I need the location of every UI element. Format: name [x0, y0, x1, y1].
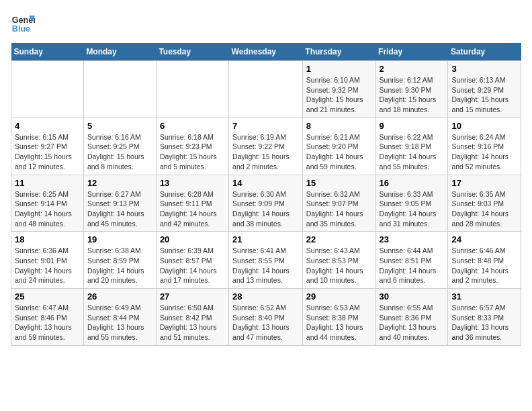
calendar-cell: 10Sunrise: 6:24 AM Sunset: 9:16 PM Dayli… — [448, 118, 521, 175]
day-header-friday: Friday — [375, 43, 448, 61]
calendar-cell: 27Sunrise: 6:50 AM Sunset: 8:42 PM Dayli… — [156, 289, 228, 346]
day-number: 19 — [87, 234, 152, 244]
day-info: Sunrise: 6:22 AM Sunset: 9:18 PM Dayligh… — [380, 132, 445, 172]
calendar-cell: 1Sunrise: 6:10 AM Sunset: 9:32 PM Daylig… — [302, 61, 375, 118]
calendar-cell — [229, 61, 303, 118]
week-row-3: 11Sunrise: 6:25 AM Sunset: 9:14 PM Dayli… — [11, 175, 521, 232]
day-info: Sunrise: 6:12 AM Sunset: 9:30 PM Dayligh… — [380, 75, 445, 115]
day-info: Sunrise: 6:16 AM Sunset: 9:25 PM Dayligh… — [87, 132, 152, 172]
day-number: 17 — [451, 178, 517, 188]
day-info: Sunrise: 6:35 AM Sunset: 9:03 PM Dayligh… — [451, 189, 517, 229]
day-number: 24 — [451, 234, 517, 244]
day-number: 6 — [160, 121, 225, 131]
day-info: Sunrise: 6:33 AM Sunset: 9:05 PM Dayligh… — [380, 189, 445, 229]
day-number: 22 — [306, 234, 372, 244]
day-number: 11 — [15, 178, 80, 188]
logo-icon: General Blue — [11, 11, 35, 35]
calendar-cell: 8Sunrise: 6:21 AM Sunset: 9:20 PM Daylig… — [302, 118, 375, 175]
day-info: Sunrise: 6:47 AM Sunset: 8:46 PM Dayligh… — [15, 303, 80, 342]
calendar-cell: 14Sunrise: 6:30 AM Sunset: 9:09 PM Dayli… — [229, 175, 303, 232]
svg-text:Blue: Blue — [12, 24, 30, 34]
day-number: 21 — [232, 234, 299, 244]
day-header-row: SundayMondayTuesdayWednesdayThursdayFrid… — [11, 43, 521, 61]
day-info: Sunrise: 6:46 AM Sunset: 8:48 PM Dayligh… — [451, 246, 517, 285]
calendar-cell: 2Sunrise: 6:12 AM Sunset: 9:30 PM Daylig… — [375, 61, 448, 118]
day-number: 12 — [87, 178, 152, 188]
day-info: Sunrise: 6:28 AM Sunset: 9:11 PM Dayligh… — [160, 189, 225, 229]
day-info: Sunrise: 6:10 AM Sunset: 9:32 PM Dayligh… — [306, 75, 372, 115]
calendar-cell: 23Sunrise: 6:44 AM Sunset: 8:51 PM Dayli… — [375, 232, 448, 289]
day-info: Sunrise: 6:32 AM Sunset: 9:07 PM Dayligh… — [306, 189, 372, 229]
calendar-cell: 28Sunrise: 6:52 AM Sunset: 8:40 PM Dayli… — [229, 289, 303, 346]
day-header-tuesday: Tuesday — [156, 43, 228, 61]
day-header-saturday: Saturday — [448, 43, 521, 61]
day-info: Sunrise: 6:24 AM Sunset: 9:16 PM Dayligh… — [451, 132, 517, 172]
week-row-1: 1Sunrise: 6:10 AM Sunset: 9:32 PM Daylig… — [11, 61, 521, 118]
calendar-cell: 18Sunrise: 6:36 AM Sunset: 9:01 PM Dayli… — [11, 232, 84, 289]
calendar-cell: 9Sunrise: 6:22 AM Sunset: 9:18 PM Daylig… — [375, 118, 448, 175]
calendar-cell — [11, 61, 84, 118]
day-info: Sunrise: 6:53 AM Sunset: 8:38 PM Dayligh… — [306, 303, 372, 342]
day-number: 29 — [306, 291, 372, 302]
calendar-cell: 12Sunrise: 6:27 AM Sunset: 9:13 PM Dayli… — [83, 175, 156, 232]
day-info: Sunrise: 6:19 AM Sunset: 9:22 PM Dayligh… — [232, 132, 299, 172]
day-info: Sunrise: 6:36 AM Sunset: 9:01 PM Dayligh… — [15, 246, 80, 285]
day-header-wednesday: Wednesday — [229, 43, 303, 61]
day-info: Sunrise: 6:39 AM Sunset: 8:57 PM Dayligh… — [160, 246, 225, 285]
calendar-cell: 20Sunrise: 6:39 AM Sunset: 8:57 PM Dayli… — [156, 232, 228, 289]
day-info: Sunrise: 6:38 AM Sunset: 8:59 PM Dayligh… — [87, 246, 152, 285]
day-info: Sunrise: 6:41 AM Sunset: 8:55 PM Dayligh… — [232, 246, 299, 285]
day-number: 28 — [232, 291, 299, 302]
calendar-cell: 4Sunrise: 6:15 AM Sunset: 9:27 PM Daylig… — [11, 118, 84, 175]
day-number: 4 — [15, 121, 80, 131]
day-number: 14 — [232, 178, 299, 188]
calendar-cell: 3Sunrise: 6:13 AM Sunset: 9:29 PM Daylig… — [448, 61, 521, 118]
calendar-cell: 17Sunrise: 6:35 AM Sunset: 9:03 PM Dayli… — [448, 175, 521, 232]
day-info: Sunrise: 6:13 AM Sunset: 9:29 PM Dayligh… — [451, 75, 517, 115]
week-row-2: 4Sunrise: 6:15 AM Sunset: 9:27 PM Daylig… — [11, 118, 521, 175]
day-header-sunday: Sunday — [11, 43, 84, 61]
day-info: Sunrise: 6:43 AM Sunset: 8:53 PM Dayligh… — [306, 246, 372, 285]
day-number: 15 — [306, 178, 372, 188]
day-info: Sunrise: 6:21 AM Sunset: 9:20 PM Dayligh… — [306, 132, 372, 172]
calendar-cell: 29Sunrise: 6:53 AM Sunset: 8:38 PM Dayli… — [302, 289, 375, 346]
calendar-cell: 26Sunrise: 6:49 AM Sunset: 8:44 PM Dayli… — [83, 289, 156, 346]
calendar-table: SundayMondayTuesdayWednesdayThursdayFrid… — [11, 43, 521, 346]
day-number: 1 — [306, 64, 372, 74]
day-number: 20 — [160, 234, 225, 244]
day-info: Sunrise: 6:44 AM Sunset: 8:51 PM Dayligh… — [380, 246, 445, 285]
day-number: 2 — [380, 64, 445, 74]
calendar-cell — [156, 61, 228, 118]
day-info: Sunrise: 6:30 AM Sunset: 9:09 PM Dayligh… — [232, 189, 299, 229]
day-number: 18 — [15, 234, 80, 244]
day-header-monday: Monday — [83, 43, 156, 61]
calendar-cell: 5Sunrise: 6:16 AM Sunset: 9:25 PM Daylig… — [83, 118, 156, 175]
calendar-cell: 16Sunrise: 6:33 AM Sunset: 9:05 PM Dayli… — [375, 175, 448, 232]
calendar-cell: 15Sunrise: 6:32 AM Sunset: 9:07 PM Dayli… — [302, 175, 375, 232]
day-number: 8 — [306, 121, 372, 131]
day-info: Sunrise: 6:15 AM Sunset: 9:27 PM Dayligh… — [15, 132, 80, 172]
calendar-cell: 11Sunrise: 6:25 AM Sunset: 9:14 PM Dayli… — [11, 175, 84, 232]
day-number: 16 — [380, 178, 445, 188]
day-number: 31 — [451, 291, 517, 302]
day-number: 25 — [15, 291, 80, 302]
calendar-cell: 6Sunrise: 6:18 AM Sunset: 9:23 PM Daylig… — [156, 118, 228, 175]
calendar-cell — [83, 61, 156, 118]
calendar-cell: 7Sunrise: 6:19 AM Sunset: 9:22 PM Daylig… — [229, 118, 303, 175]
calendar-cell: 24Sunrise: 6:46 AM Sunset: 8:48 PM Dayli… — [448, 232, 521, 289]
page-header: General Blue — [11, 11, 521, 35]
day-info: Sunrise: 6:49 AM Sunset: 8:44 PM Dayligh… — [87, 303, 152, 342]
day-number: 23 — [380, 234, 445, 244]
calendar-body: 1Sunrise: 6:10 AM Sunset: 9:32 PM Daylig… — [11, 61, 521, 346]
week-row-5: 25Sunrise: 6:47 AM Sunset: 8:46 PM Dayli… — [11, 289, 521, 346]
week-row-4: 18Sunrise: 6:36 AM Sunset: 9:01 PM Dayli… — [11, 232, 521, 289]
day-number: 7 — [232, 121, 299, 131]
day-number: 9 — [380, 121, 445, 131]
calendar-cell: 19Sunrise: 6:38 AM Sunset: 8:59 PM Dayli… — [83, 232, 156, 289]
calendar-cell: 25Sunrise: 6:47 AM Sunset: 8:46 PM Dayli… — [11, 289, 84, 346]
calendar-cell: 21Sunrise: 6:41 AM Sunset: 8:55 PM Dayli… — [229, 232, 303, 289]
day-info: Sunrise: 6:25 AM Sunset: 9:14 PM Dayligh… — [15, 189, 80, 229]
day-info: Sunrise: 6:57 AM Sunset: 8:33 PM Dayligh… — [451, 303, 517, 342]
day-number: 26 — [87, 291, 152, 302]
day-header-thursday: Thursday — [302, 43, 375, 61]
